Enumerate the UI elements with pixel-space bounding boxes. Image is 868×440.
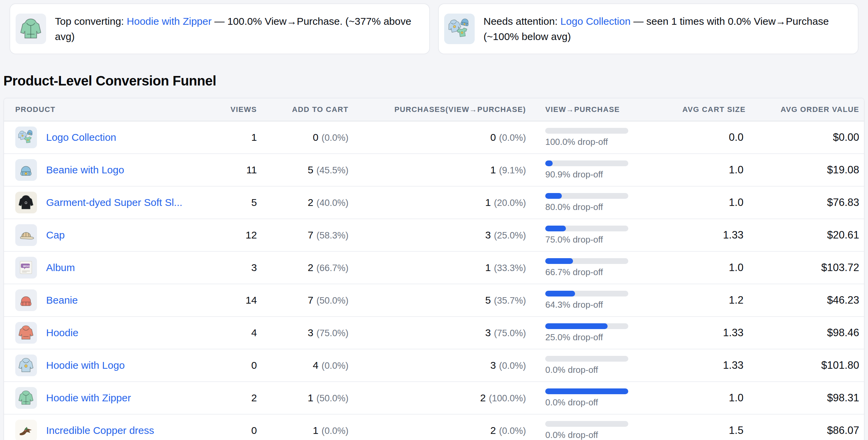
column-header-purchases: PURCHASES(VIEW→PURCHASE) xyxy=(355,98,533,121)
insight-card-text: Needs attention: Logo Collection — seen … xyxy=(484,14,848,44)
avg-cart-size-value: 1.0 xyxy=(729,392,744,404)
purchases-pct: (33.3%) xyxy=(494,263,526,273)
conversion-bar-fill xyxy=(545,258,573,264)
add-to-cart-pct: (0.0%) xyxy=(321,133,349,143)
product-thumbnail xyxy=(15,420,37,440)
product-link[interactable]: Album xyxy=(46,262,75,273)
table-row: Hoodie with Zipper 2 1(50.0%) 2(100.0%) … xyxy=(4,382,864,414)
views-value: 0 xyxy=(251,425,257,436)
conversion-progress-bar xyxy=(545,356,628,362)
add-to-cart-pct: (58.3%) xyxy=(316,230,349,241)
conversion-bar-fill xyxy=(545,160,553,166)
conversion-progress-bar xyxy=(545,291,628,296)
product-thumbnail xyxy=(15,192,37,213)
add-to-cart-pct: (75.0%) xyxy=(316,328,349,338)
product-link[interactable]: Cap xyxy=(46,229,65,241)
purchases-value: 2 xyxy=(490,425,496,436)
views-value: 2 xyxy=(251,392,257,403)
add-to-cart-value: 2 xyxy=(308,262,314,273)
avg-order-value: $86.07 xyxy=(827,424,859,436)
purchases-pct: (0.0%) xyxy=(499,133,526,143)
purchases-value: 0 xyxy=(490,132,496,143)
product-link[interactable]: Incredible Copper dress xyxy=(46,425,154,436)
product-thumbnail xyxy=(16,14,46,44)
product-thumbnail xyxy=(15,159,37,181)
purchases-pct: (0.0%) xyxy=(499,361,526,371)
views-value: 12 xyxy=(245,229,257,241)
dropoff-label: 0.0% drop-off xyxy=(545,397,682,408)
add-to-cart-value: 1 xyxy=(308,392,314,403)
product-link[interactable]: Beanie with Logo xyxy=(46,164,124,176)
avg-cart-size-value: 1.0 xyxy=(729,196,744,208)
table-row: Incredible Copper dress 0 1(0.0%) 2(0.0%… xyxy=(4,414,864,440)
insight-prefix: Needs attention: xyxy=(484,16,560,27)
product-link[interactable]: Hoodie with Zipper xyxy=(127,16,212,27)
conversion-progress-bar xyxy=(545,193,628,199)
views-value: 0 xyxy=(251,360,257,371)
product-link[interactable]: Logo Collection xyxy=(560,16,631,27)
views-value: 14 xyxy=(245,294,257,306)
add-to-cart-value: 0 xyxy=(313,132,319,143)
views-value: 5 xyxy=(251,197,257,208)
product-link[interactable]: Hoodie with Zipper xyxy=(46,392,131,404)
dropoff-label: 75.0% drop-off xyxy=(545,234,682,245)
add-to-cart-pct: (66.7%) xyxy=(316,263,349,273)
purchases-pct: (9.1%) xyxy=(499,165,526,175)
avg-cart-size-value: 1.33 xyxy=(723,327,743,339)
column-header-product: PRODUCT xyxy=(4,98,208,121)
conversion-bar-fill xyxy=(545,193,562,199)
add-to-cart-pct: (40.0%) xyxy=(316,198,349,208)
product-link[interactable]: Hoodie xyxy=(46,327,78,339)
column-header-avg-order-value: AVG ORDER VALUE xyxy=(752,98,864,121)
insight-card-needs-attention: Needs attention: Logo Collection — seen … xyxy=(438,3,859,54)
insight-prefix: Top converting: xyxy=(55,16,127,27)
product-link[interactable]: Garment-dyed Super Soft Sl... xyxy=(46,197,182,208)
conversion-funnel-table: PRODUCT VIEWS ADD TO CART PURCHASES(VIEW… xyxy=(3,98,865,440)
product-thumbnail xyxy=(15,322,37,344)
purchases-value: 5 xyxy=(485,294,491,306)
purchases-value: 1 xyxy=(485,197,491,208)
avg-cart-size-value: 1.0 xyxy=(729,262,744,273)
dropoff-label: 90.9% drop-off xyxy=(545,169,682,180)
insight-card-text: Top converting: Hoodie with Zipper — 100… xyxy=(55,14,419,44)
add-to-cart-value: 2 xyxy=(308,197,314,208)
avg-order-value: $46.23 xyxy=(827,294,859,306)
product-link[interactable]: Beanie xyxy=(46,294,78,306)
dropoff-label: 80.0% drop-off xyxy=(545,202,682,212)
add-to-cart-pct: (50.0%) xyxy=(316,393,349,403)
avg-cart-size-value: 1.2 xyxy=(729,294,744,306)
avg-order-value: $19.08 xyxy=(827,164,859,176)
conversion-bar-fill xyxy=(545,291,575,296)
conversion-progress-bar xyxy=(545,388,628,394)
table-row: Garment-dyed Super Soft Sl... 5 2(40.0%)… xyxy=(4,186,864,219)
add-to-cart-value: 7 xyxy=(308,294,314,306)
product-link[interactable]: Logo Collection xyxy=(46,132,116,143)
product-thumbnail xyxy=(15,127,37,148)
purchases-value: 2 xyxy=(480,392,486,403)
purchases-pct: (20.0%) xyxy=(494,198,526,208)
conversion-progress-bar xyxy=(545,421,628,427)
purchases-value: 1 xyxy=(490,164,496,175)
avg-order-value: $98.31 xyxy=(827,392,859,404)
avg-order-value: $98.46 xyxy=(827,327,859,339)
add-to-cart-value: 3 xyxy=(308,327,314,338)
table-header: PRODUCT VIEWS ADD TO CART PURCHASES(VIEW… xyxy=(4,98,864,121)
add-to-cart-pct: (45.5%) xyxy=(316,165,349,175)
table-row: Hoodie with Logo 0 4(0.0%) 3(0.0%) 0.0% … xyxy=(4,349,864,382)
table-row: Beanie with Logo 11 5(45.5%) 1(9.1%) 90.… xyxy=(4,154,864,186)
product-link[interactable]: Hoodie with Logo xyxy=(46,360,125,371)
product-thumbnail xyxy=(15,289,37,311)
conversion-bar-fill xyxy=(545,388,628,394)
svg-text:WOO: WOO xyxy=(23,265,30,268)
table-row: Beanie 14 7(50.0%) 5(35.7%) 64.3% drop-o… xyxy=(4,284,864,317)
dropoff-label: 25.0% drop-off xyxy=(545,332,682,343)
views-value: 11 xyxy=(246,164,257,175)
avg-cart-size-value: 1.5 xyxy=(729,424,744,436)
conversion-bar-fill xyxy=(545,323,608,329)
table-row: WOO Album 3 2(66.7%) 1(33.3%) 66.7% drop… xyxy=(4,251,864,284)
avg-order-value: $101.80 xyxy=(821,359,859,371)
table-row: Hoodie 4 3(75.0%) 3(75.0%) 25.0% drop-of… xyxy=(4,317,864,349)
avg-cart-size-value: 0.0 xyxy=(729,131,744,143)
column-header-view-purchase: VIEW→PURCHASE xyxy=(533,98,682,121)
column-header-add-to-cart: ADD TO CART xyxy=(264,98,355,121)
